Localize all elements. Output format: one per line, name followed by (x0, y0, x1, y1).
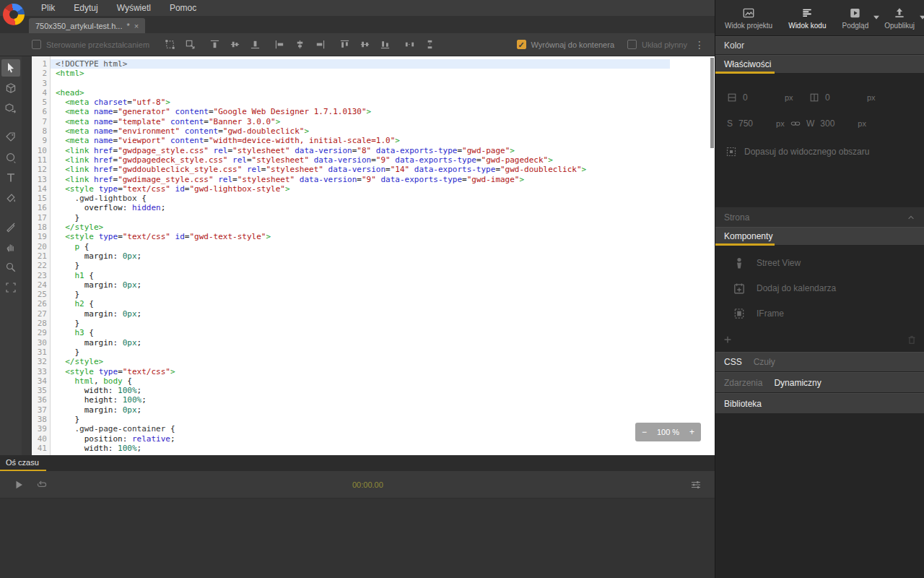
code-line[interactable]: <meta name="environment" content="gwd-do… (51, 126, 715, 136)
component-dodaj-do-kalendarza[interactable]: Dodaj do kalendarza (715, 280, 924, 296)
width-field[interactable]: 750 (738, 118, 776, 129)
code-line[interactable]: margin: 0px; (51, 405, 715, 415)
library-section-header[interactable]: Biblioteka (715, 393, 924, 414)
select-tool[interactable] (1, 59, 20, 77)
distribute-hspacing-icon[interactable] (402, 38, 417, 52)
code-line[interactable]: .gwd-page-container { (51, 424, 715, 434)
code-line[interactable]: <meta charset="utf-8"> (51, 98, 715, 107)
align-vcenter-icon[interactable] (227, 38, 242, 52)
timeline-settings-icon[interactable] (690, 479, 702, 491)
code-line[interactable]: <style type="text/css" id="gwd-text-styl… (51, 232, 715, 241)
align-top-icon[interactable] (207, 38, 222, 52)
pen-tool[interactable] (1, 218, 20, 236)
podgląd-button[interactable]: Podgląd (842, 7, 869, 30)
align-bottom-icon[interactable] (248, 38, 262, 52)
code-line[interactable]: } (51, 213, 715, 223)
code-line[interactable]: height: 100%; (51, 395, 715, 405)
responsive-tab-label[interactable]: Czuły (754, 357, 775, 367)
distribute-vcenter-icon[interactable] (357, 38, 372, 52)
code-line[interactable]: } (51, 290, 715, 299)
dynamic-tab-label[interactable]: Dynamiczny (774, 378, 821, 388)
color-section-header[interactable]: Kolor (715, 36, 924, 55)
menu-plik[interactable]: Plik (32, 0, 64, 16)
link-dimensions-icon[interactable] (790, 118, 801, 129)
code-line[interactable]: } (51, 348, 715, 357)
align-right-icon[interactable] (313, 38, 327, 52)
align-left-icon[interactable] (272, 38, 287, 52)
code-line[interactable]: h3 { (51, 328, 715, 337)
code-line[interactable]: margin: 0px; (51, 338, 715, 348)
code-line[interactable]: } (51, 261, 715, 270)
code-line[interactable] (51, 79, 715, 88)
code-line[interactable]: </style> (51, 357, 715, 366)
zoom-in-button[interactable]: + (689, 427, 694, 437)
translate-3d-tool[interactable] (1, 100, 20, 117)
fill-tool[interactable] (1, 189, 20, 207)
component-street-view[interactable]: Street View (715, 255, 924, 271)
transform-control-checkbox[interactable]: Sterowanie przekształcaniem (32, 40, 149, 49)
code-line[interactable]: <head> (51, 88, 715, 98)
code-line[interactable]: width: 100%; (51, 386, 715, 395)
code-line[interactable]: <link href="gwdpage_style.css" rel="styl… (51, 146, 715, 155)
code-line[interactable]: margin: 0px; (51, 280, 715, 290)
x-position-field[interactable]: 0 (743, 92, 785, 103)
document-tab[interactable]: 750x350_artykul-test.h... * × (29, 18, 145, 33)
rotate-3d-tool[interactable] (1, 79, 20, 97)
component-iframe[interactable]: IFrame (715, 306, 924, 322)
checkbox-box[interactable] (32, 40, 41, 49)
code-line[interactable]: width: 100%; (51, 444, 715, 453)
play-icon[interactable] (13, 479, 25, 491)
shape-tool[interactable] (1, 149, 20, 166)
code-line[interactable]: p { (51, 242, 715, 251)
code-line[interactable]: margin: 0px; (51, 309, 715, 319)
selection-frame-icon[interactable] (162, 38, 177, 52)
menu-wyświetl[interactable]: Wyświetl (108, 0, 160, 16)
code-content[interactable]: <!DOCTYPE html><html><head> <meta charse… (51, 56, 715, 455)
loop-icon[interactable] (36, 479, 48, 491)
code-line[interactable]: <style type="text/css" id="gwd-lightbox-… (51, 184, 715, 194)
code-editor[interactable]: 1234567891011121314151617181920212223242… (32, 56, 715, 455)
y-position-field[interactable]: 0 (825, 92, 867, 103)
code-line[interactable]: .gwd-lightbox { (51, 194, 715, 203)
align-to-container-checkbox[interactable]: ✓ Wyrównaj do kontenera (517, 40, 614, 49)
code-line[interactable]: <style type="text/css"> (51, 367, 715, 376)
distribute-top-icon[interactable] (337, 38, 352, 52)
toolbar-overflow-menu-icon[interactable]: ⋮ (690, 39, 709, 51)
code-line[interactable]: h1 { (51, 271, 715, 280)
code-line[interactable]: overflow: hidden; (51, 203, 715, 212)
delete-component-icon[interactable] (907, 335, 917, 345)
code-line[interactable]: <meta name="template" content="Banner 3.… (51, 117, 715, 126)
free-transform-icon[interactable] (183, 38, 197, 52)
tab-close-icon[interactable]: × (134, 22, 139, 30)
tag-tool[interactable] (1, 129, 20, 146)
align-hcenter-icon[interactable] (292, 38, 307, 52)
caret-down-icon[interactable] (870, 11, 876, 17)
timeline-tab[interactable]: Oś czasu (0, 455, 46, 471)
fluid-layout-checkbox[interactable]: Układ płynny (627, 40, 687, 49)
code-line[interactable]: <meta name="generator" content="Google W… (51, 107, 715, 116)
code-line[interactable]: <meta name="viewport" content="width=dev… (51, 136, 715, 145)
widok-projektu-button[interactable]: Widok projektu (725, 7, 772, 30)
zoom-out-button[interactable]: − (642, 427, 647, 437)
hand-tool[interactable] (1, 238, 20, 256)
code-line[interactable]: h2 { (51, 299, 715, 309)
chevron-up-icon[interactable] (907, 213, 915, 222)
code-line[interactable]: } (51, 415, 715, 424)
checkbox-checked-box[interactable]: ✓ (517, 40, 526, 49)
code-line[interactable]: <link href="gwdpagedeck_style.css" rel="… (51, 155, 715, 165)
code-line[interactable]: } (51, 319, 715, 328)
css-section-header[interactable]: CSS Czuły (715, 352, 924, 372)
menu-pomoc[interactable]: Pomoc (160, 0, 206, 16)
editor-scrollbar[interactable] (710, 58, 714, 148)
add-component-icon[interactable] (723, 335, 733, 345)
text-tool[interactable] (1, 169, 20, 186)
components-section-header[interactable]: Komponenty (715, 227, 924, 246)
code-line[interactable]: margin: 0px; (51, 251, 715, 261)
fit-to-viewport-button[interactable]: Dopasuj do widocznego obszaru (715, 146, 924, 158)
caret-down-icon[interactable] (916, 11, 922, 17)
distribute-vspacing-icon[interactable] (422, 38, 437, 52)
code-line[interactable]: <link href="gwddoubleclick_style.css" re… (51, 165, 715, 174)
events-tab-label[interactable]: Zdarzenia (724, 378, 762, 388)
css-tab-label[interactable]: CSS (724, 357, 742, 367)
code-line[interactable]: <html> (51, 69, 715, 78)
